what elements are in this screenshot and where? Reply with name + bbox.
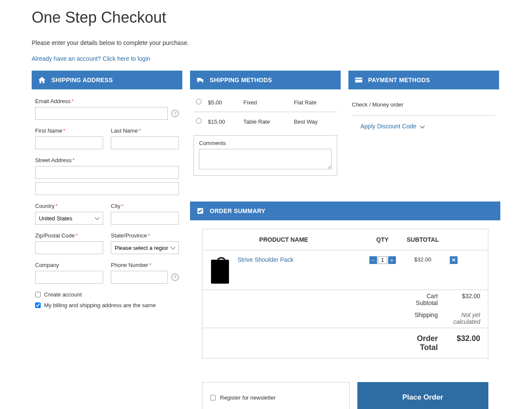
col-subtotal: SUBTOTAL bbox=[400, 229, 446, 250]
newsletter-box: Register for newsletter bbox=[202, 382, 350, 409]
truck-icon bbox=[196, 76, 205, 84]
zip-label: Zip/Postal Code* bbox=[35, 232, 103, 239]
help-icon[interactable]: ? bbox=[171, 110, 179, 117]
email-label: Email Address* bbox=[35, 98, 179, 104]
company-field[interactable] bbox=[35, 271, 103, 284]
street-field-1[interactable] bbox=[35, 166, 179, 179]
order-total-value: $32.00 bbox=[446, 328, 488, 359]
intro-text: Please enter your details below to compl… bbox=[32, 39, 500, 46]
shipping-type: Table Rate bbox=[241, 112, 291, 131]
chevron-down-icon bbox=[420, 124, 425, 128]
place-order-button[interactable]: Place Order bbox=[357, 382, 489, 409]
qty-input[interactable] bbox=[378, 256, 387, 264]
page-title: One Step Checkout bbox=[32, 9, 500, 27]
newsletter-checkbox[interactable] bbox=[210, 395, 216, 400]
phone-field[interactable] bbox=[111, 271, 168, 284]
first-name-label: First Name* bbox=[35, 127, 103, 134]
payment-option[interactable]: Check / Money order bbox=[352, 94, 496, 116]
email-field[interactable] bbox=[35, 107, 168, 120]
order-summary-header: ORDER SUMMARY bbox=[190, 202, 500, 220]
newsletter-label: Register for newsletter bbox=[220, 394, 276, 401]
comments-box: Comments bbox=[193, 135, 337, 176]
shipping-radio-table[interactable] bbox=[196, 118, 202, 124]
city-label: City* bbox=[111, 203, 179, 209]
billing-same-label: My billing and shipping address are the … bbox=[44, 302, 156, 308]
qty-decrease-button[interactable]: − bbox=[369, 256, 377, 264]
billing-same-checkbox[interactable] bbox=[35, 302, 41, 308]
state-select[interactable]: Please select a region bbox=[111, 241, 179, 254]
order-summary-section: ORDER SUMMARY PRODUCT NAME QTY SUBTOTAL bbox=[190, 202, 500, 409]
country-select[interactable]: United States bbox=[35, 212, 103, 225]
item-subtotal: $32.00 bbox=[400, 250, 446, 290]
col-qty: QTY bbox=[365, 229, 400, 250]
cart-subtotal-value: $32.00 bbox=[446, 290, 488, 309]
order-item-row: Strive Shoulder Pack − + bbox=[202, 250, 488, 290]
shipping-price: $15.00 bbox=[205, 112, 241, 131]
login-link[interactable]: Already have an account? Click here to l… bbox=[32, 55, 150, 62]
payment-methods-header: PAYMENT METHODS bbox=[348, 71, 499, 89]
shipping-type: Fixed bbox=[241, 93, 291, 112]
help-icon[interactable]: ? bbox=[171, 273, 179, 281]
create-account-checkbox[interactable] bbox=[35, 292, 41, 297]
cart-subtotal-label: Cart Subtotal bbox=[400, 290, 446, 309]
city-field[interactable] bbox=[111, 212, 179, 225]
shipping-radio-flat[interactable] bbox=[196, 99, 202, 104]
home-icon bbox=[38, 76, 46, 84]
shipping-label: Shipping bbox=[400, 309, 446, 328]
remove-item-button[interactable]: ✕ bbox=[450, 256, 458, 264]
shipping-methods-header: SHIPPING METHODS bbox=[190, 71, 341, 89]
product-image bbox=[211, 260, 229, 284]
shipping-value: Not yet calculated bbox=[446, 309, 488, 328]
shipping-address-section: SHIPPING ADDRESS Email Address* ? First … bbox=[32, 71, 182, 313]
apply-discount-link[interactable]: Apply Discount Code bbox=[352, 116, 496, 130]
phone-label: Phone Number* bbox=[111, 262, 179, 268]
check-icon bbox=[196, 207, 205, 215]
zip-field[interactable] bbox=[35, 241, 103, 254]
street-label: Street Address* bbox=[35, 157, 179, 163]
last-name-field[interactable] bbox=[111, 136, 179, 149]
state-label: State/Province* bbox=[111, 232, 179, 239]
first-name-field[interactable] bbox=[35, 136, 103, 149]
card-icon bbox=[354, 76, 363, 84]
shipping-option-row[interactable]: $15.00 Table Rate Best Way bbox=[193, 112, 337, 131]
create-account-label: Create account bbox=[44, 291, 82, 298]
col-product: PRODUCT NAME bbox=[202, 229, 365, 250]
comments-textarea[interactable] bbox=[199, 149, 332, 169]
shipping-price: $5.00 bbox=[205, 93, 241, 112]
qty-increase-button[interactable]: + bbox=[388, 256, 396, 264]
shipping-address-header: SHIPPING ADDRESS bbox=[32, 71, 182, 89]
shipping-name: Best Way bbox=[291, 112, 337, 131]
last-name-label: Last Name* bbox=[111, 127, 179, 134]
payment-methods-section: PAYMENT METHODS Check / Money order Appl… bbox=[348, 71, 499, 176]
street-field-2[interactable] bbox=[35, 182, 179, 195]
order-total-label: Order Total bbox=[400, 328, 446, 359]
shipping-option-row[interactable]: $5.00 Fixed Flat Rate bbox=[193, 93, 337, 112]
comments-label: Comments bbox=[199, 140, 332, 146]
company-label: Company bbox=[35, 262, 103, 268]
product-name-link[interactable]: Strive Shoulder Pack bbox=[238, 256, 294, 263]
shipping-methods-section: SHIPPING METHODS $5.00 Fixed Flat Rate bbox=[190, 71, 341, 176]
shipping-name: Flat Rate bbox=[291, 93, 337, 112]
country-label: Country* bbox=[35, 203, 103, 209]
